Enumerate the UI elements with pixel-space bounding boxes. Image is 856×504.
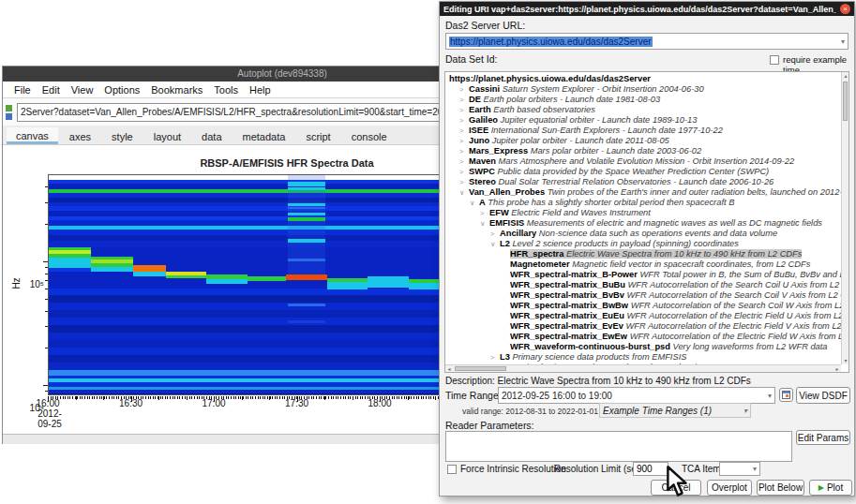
tree-item[interactable]: >SWPC Public data provided by the Space …	[445, 167, 848, 177]
tab-axes[interactable]: axes	[60, 128, 100, 144]
menu-tools[interactable]: Tools	[208, 83, 244, 96]
tree-item[interactable]: WFR_spectral-matrix_EvEv WFR Autocorrela…	[445, 321, 848, 332]
chevron-collapsed-icon[interactable]: >	[459, 156, 469, 167]
time-range-value[interactable]: 2012-09-25 16:00 to 19:00	[502, 391, 612, 401]
force-intrinsic-resolution-checkbox[interactable]	[447, 465, 457, 474]
menu-help[interactable]: Help	[244, 83, 277, 96]
tree-item[interactable]: ∨Van_Allen_Probes Twin probes of the Ear…	[445, 187, 848, 198]
menu-view[interactable]: View	[66, 83, 99, 96]
time-range-label: Time Range:	[445, 390, 502, 401]
tab-console[interactable]: console	[342, 128, 397, 144]
menu-options[interactable]: Options	[98, 83, 145, 96]
tree-item[interactable]: >L3 Primary science data products from E…	[445, 352, 848, 363]
tree-item[interactable]: WFR_spectral-matrix_BuBu WFR Autocorrela…	[445, 280, 848, 290]
resolution-limit-input[interactable]	[633, 462, 668, 476]
y-tick-label-1e5: 10⁵	[23, 279, 44, 289]
tab-script[interactable]: script	[296, 128, 339, 144]
tree-item[interactable]: >EFW Electric Field and Waves Instrument	[445, 208, 848, 218]
chevron-collapsed-icon[interactable]: >	[459, 167, 469, 177]
close-icon[interactable]: ×	[840, 4, 850, 14]
tab-data[interactable]: data	[192, 128, 231, 144]
tree-item[interactable]: >Cassini Saturn System Explorer - Orbit …	[445, 84, 848, 95]
chevron-expanded-icon[interactable]: ∨	[490, 239, 500, 249]
dialog-titlebar[interactable]: Editing URI vap+das2server:https://plane…	[440, 2, 854, 16]
reader-params-label: Reader Parameters:	[445, 420, 534, 431]
example-time-ranges-value[interactable]: Example Time Ranges (1)	[603, 406, 712, 416]
view-dsdf-button[interactable]: View DSDF	[796, 387, 850, 404]
chevron-collapsed-icon[interactable]: >	[459, 105, 469, 115]
chevron-collapsed-icon[interactable]: >	[490, 229, 500, 239]
chevron-collapsed-icon[interactable]: >	[459, 136, 469, 146]
tree-vertical-scrollbar[interactable]: ▴ ▾	[841, 72, 848, 364]
tree-item[interactable]: WFR_spectral-matrix_BvBv WFR Autocorrela…	[445, 290, 848, 301]
menu-bookmarks[interactable]: Bookmarks	[145, 83, 208, 96]
tab-metadata[interactable]: metadata	[233, 128, 295, 144]
tree-item[interactable]: WFR_spectral-matrix_EuEu WFR Autocorrela…	[445, 311, 848, 321]
tree-item[interactable]: >ISEE International Sun-Earth Explorers …	[445, 126, 848, 136]
tree-item[interactable]: HFR_spectra Electric Wave Spectra from 1…	[445, 249, 848, 259]
calendar-picker-button[interactable]	[779, 388, 793, 402]
example-time-ranges-combobox[interactable]: Example Time Ranges (1) ▾	[599, 403, 751, 418]
tree-item[interactable]: >Ancillary Non-science data such as oper…	[445, 229, 848, 239]
chevron-collapsed-icon[interactable]: >	[459, 177, 469, 187]
chevron-collapsed-icon[interactable]: >	[459, 146, 469, 156]
menu-file[interactable]: File	[8, 83, 37, 96]
chevron-down-icon[interactable]: ▾	[768, 392, 772, 400]
dataset-id-label: Data Set Id:	[445, 53, 497, 65]
chevron-collapsed-icon[interactable]: >	[480, 208, 489, 218]
chevron-collapsed-icon[interactable]: >	[459, 126, 469, 136]
chevron-collapsed-icon[interactable]: >	[459, 84, 469, 95]
tree-item[interactable]: >Mars_Express Mars polar orbiter - Launc…	[445, 146, 848, 156]
tab-style[interactable]: style	[102, 128, 143, 144]
tree-item[interactable]: >Juno Jupiter polar orbiter - Launch dat…	[445, 136, 848, 146]
tca-item-combobox[interactable]: ▾	[719, 462, 760, 476]
tree-item[interactable]: WFR_waveform-continuous-burst_psd Very l…	[445, 342, 848, 352]
tree-item[interactable]: WFR_spectral-matrix_BwBw WFR Autocorrela…	[445, 301, 848, 311]
chevron-expanded-icon[interactable]: ∨	[480, 218, 489, 229]
plot-button[interactable]: ▶ Plot	[809, 480, 852, 496]
autoplot-uri-status-icon	[6, 105, 14, 120]
dataset-tree[interactable]: https://planet.physics.uiowa.edu/das/das…	[444, 71, 849, 373]
tree-item[interactable]: >Maven Mars Atmosphere and Volatile Evol…	[445, 156, 848, 167]
require-example-time-checkbox[interactable]	[770, 55, 779, 65]
chevron-expanded-icon[interactable]: ∨	[470, 198, 479, 208]
tree-item[interactable]: Magnetometer Magnetic field vector in sp…	[445, 259, 848, 270]
scroll-up-icon[interactable]: ▴	[842, 72, 849, 80]
tree-horizontal-scrollbar[interactable]: ◂ ▸	[445, 364, 841, 372]
tree-item[interactable]: >Earth Earth based observatories	[445, 105, 848, 115]
tree-vscroll-thumb[interactable]	[843, 82, 848, 121]
overplot-button[interactable]: Overplot	[707, 480, 752, 496]
tree-hscroll-thumb[interactable]	[455, 366, 506, 371]
server-url-combobox[interactable]: https://planet.physics.uiowa.edu/das/das…	[445, 33, 848, 50]
menu-edit[interactable]: Edit	[37, 83, 66, 96]
y-axis-label: Hz	[11, 277, 22, 289]
tree-item[interactable]: ∨A This probe has a slightly shorter orb…	[445, 198, 848, 208]
tab-canvas[interactable]: canvas	[7, 127, 58, 144]
tab-layout[interactable]: layout	[144, 128, 190, 144]
tree-item[interactable]: https://planet.physics.uiowa.edu/das/das…	[445, 74, 848, 84]
chevron-expanded-icon[interactable]: ∨	[459, 187, 469, 198]
tree-item[interactable]: >DE Earth polar orbiters - Launch date 1…	[445, 95, 848, 105]
plot-below-button[interactable]: Plot Below	[757, 480, 804, 496]
play-icon: ▶	[818, 483, 824, 492]
time-range-combobox[interactable]: 2012-09-25 16:00 to 19:00 ▾	[498, 387, 775, 404]
tree-item[interactable]: >Stereo Dual Solar Terrestrial Relation …	[445, 177, 848, 187]
edit-params-button[interactable]: Edit Params	[796, 430, 850, 445]
tree-item[interactable]: >Galileo Jupiter equatorial orbiter - La…	[445, 115, 848, 126]
chevron-down-icon[interactable]: ▾	[743, 407, 747, 415]
server-url-value[interactable]: https://planet.physics.uiowa.edu/das/das…	[449, 37, 653, 47]
chevron-collapsed-icon[interactable]: >	[490, 352, 500, 363]
scroll-left-icon[interactable]: ◂	[445, 365, 453, 373]
chevron-collapsed-icon[interactable]: >	[459, 115, 469, 126]
chevron-down-icon[interactable]: ▾	[753, 465, 757, 473]
chevron-collapsed-icon[interactable]: >	[459, 95, 469, 105]
tree-item[interactable]: WFR_spectral-matrix_B-Power WFR Total po…	[445, 270, 848, 280]
reader-params-textarea[interactable]	[445, 431, 792, 462]
tree-item[interactable]: ∨L2 Level 2 science products in payload …	[445, 239, 848, 249]
scroll-down-icon[interactable]: ▾	[842, 357, 849, 364]
chevron-down-icon[interactable]: ▾	[841, 37, 845, 46]
tree-item[interactable]: ∨EMFISIS Measurements of electric and ma…	[445, 218, 848, 229]
scroll-right-icon[interactable]: ▸	[833, 365, 841, 373]
valid-range-text: valid range: 2012-08-31 to 2022-01-01	[462, 407, 598, 416]
tree-item[interactable]: WFR_spectral-matrix_EwEw WFR Autocorrela…	[445, 332, 848, 342]
